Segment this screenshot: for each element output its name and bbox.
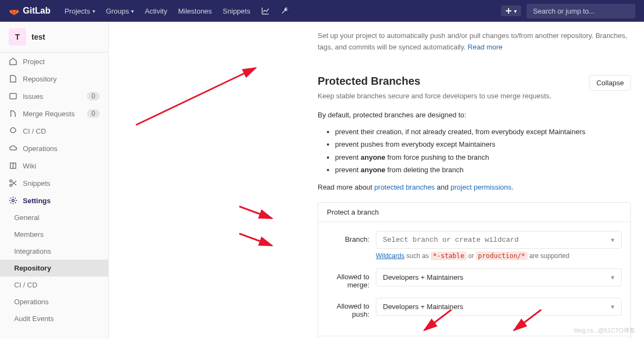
nav-snippets[interactable]: Snippets (218, 7, 256, 15)
sidebar-item-repository[interactable]: Repository (0, 70, 108, 87)
project-avatar: T (9, 28, 26, 46)
sidebar-label: Repository (23, 75, 57, 83)
sidebar-sub-operations[interactable]: Operations (0, 293, 108, 310)
rocket-icon (9, 127, 17, 135)
sidebar-item-issues[interactable]: Issues 0 (0, 87, 108, 105)
file-icon (9, 74, 17, 83)
sidebar-label: Settings (23, 197, 51, 205)
nav-milestones[interactable]: Milestones (172, 7, 217, 15)
brand-logo[interactable]: GitLab (9, 5, 51, 16)
sidebar-label: Issues (23, 92, 44, 101)
sidebar-sub-members[interactable]: Members (0, 226, 108, 243)
sidebar-sub-repository[interactable]: Repository (0, 260, 108, 277)
wrench-icon[interactable] (275, 7, 295, 15)
badge: 0 (87, 109, 100, 118)
issues-icon (9, 92, 17, 101)
watermark: blog.cs...@51CTO博客 (574, 327, 635, 335)
sidebar-label: Operations (23, 145, 58, 153)
sidebar-item-wiki[interactable]: Wiki (0, 157, 108, 174)
svg-rect-0 (10, 93, 16, 99)
chart-icon[interactable] (256, 7, 275, 15)
branch-dropdown[interactable]: Select branch or create wildcard ▾ (376, 231, 622, 249)
gitlab-icon (9, 5, 20, 16)
section-title: Protected Branches (318, 75, 552, 87)
project-name: test (32, 33, 45, 41)
gear-icon (9, 196, 17, 205)
sidebar-sub-integrations[interactable]: Integrations (0, 243, 108, 260)
branch-label: Branch: (327, 231, 376, 243)
sidebar-sub-general[interactable]: General (0, 209, 108, 226)
chevron-down-icon: ▾ (611, 303, 615, 311)
annotation-arrow (239, 206, 277, 224)
brand-text: GitLab (23, 6, 51, 16)
push-dropdown[interactable]: Developers + Maintainers ▾ (376, 298, 622, 316)
merge-dropdown[interactable]: Developers + Maintainers ▾ (376, 268, 622, 286)
new-button[interactable]: ▾ (501, 5, 521, 16)
protect-panel: Protect a branch Branch: Select branch o… (318, 202, 631, 339)
read-more-link[interactable]: Read more (468, 43, 503, 51)
sidebar-item-cicd[interactable]: CI / CD (0, 122, 108, 140)
svg-point-1 (10, 180, 12, 182)
sidebar-sub-cicd[interactable]: CI / CD (0, 277, 108, 293)
svg-point-3 (12, 199, 14, 202)
chevron-down-icon: ▾ (131, 8, 134, 14)
nav-projects[interactable]: Projects▾ (59, 7, 101, 15)
sidebar-item-merge-requests[interactable]: Merge Requests 0 (0, 105, 108, 122)
nav-groups[interactable]: Groups▾ (101, 7, 140, 15)
protected-branches-link[interactable]: protected branches (374, 183, 435, 191)
push-label: Allowed to push: (327, 298, 376, 318)
plus-icon (505, 8, 512, 14)
book-icon (9, 161, 17, 170)
sidebar-label: Snippets (23, 179, 51, 187)
svg-line-6 (239, 206, 272, 218)
search-input[interactable]: Search or jump to... (527, 4, 635, 18)
chevron-down-icon: ▾ (611, 236, 615, 244)
sidebar-label: Merge Requests (23, 110, 75, 118)
home-icon (9, 57, 17, 66)
badge: 0 (87, 92, 100, 101)
sidebar-label: Wiki (23, 162, 36, 170)
chevron-down-icon: ▾ (611, 273, 615, 281)
scissors-icon (9, 179, 17, 187)
merge-icon (9, 109, 17, 118)
section-subtitle: Keep stable branches secure and force de… (318, 92, 552, 100)
sidebar-label: Project (23, 58, 45, 66)
sidebar-item-operations[interactable]: Operations (0, 140, 108, 157)
svg-line-7 (239, 234, 272, 246)
cloud-icon (9, 144, 17, 153)
section-body: By default, protected branches are desig… (122, 109, 631, 193)
annotation-arrow (109, 223, 112, 262)
sidebar-sub-audit-events[interactable]: Audit Events (0, 310, 108, 327)
sidebar-item-snippets[interactable]: Snippets (0, 174, 108, 192)
annotation-arrow (239, 234, 277, 252)
project-header[interactable]: T test (0, 22, 108, 53)
collapse-button[interactable]: Collapse (589, 75, 631, 91)
wildcards-help: Wildcards such as *-stable or production… (376, 252, 622, 260)
chevron-down-icon: ▾ (514, 8, 517, 14)
project-permissions-link[interactable]: project permissions (450, 183, 511, 191)
merge-label: Allowed to merge: (327, 268, 376, 289)
wildcards-link[interactable]: Wildcards (376, 252, 405, 260)
mirroring-intro: Set up your project to automatically pus… (122, 30, 631, 53)
panel-title: Protect a branch (318, 203, 630, 222)
content-area: Set up your project to automatically pus… (109, 22, 644, 339)
nav-activity[interactable]: Activity (139, 7, 172, 15)
sidebar: T test Project Repository Issues 0 Merge… (0, 22, 109, 339)
sidebar-item-project[interactable]: Project (0, 53, 108, 70)
sidebar-label: CI / CD (23, 127, 46, 135)
sidebar-item-settings[interactable]: Settings (0, 192, 108, 209)
chevron-down-icon: ▾ (92, 8, 95, 14)
svg-point-2 (10, 184, 12, 186)
top-nav: GitLab Projects▾ Groups▾ Activity Milest… (0, 0, 644, 22)
